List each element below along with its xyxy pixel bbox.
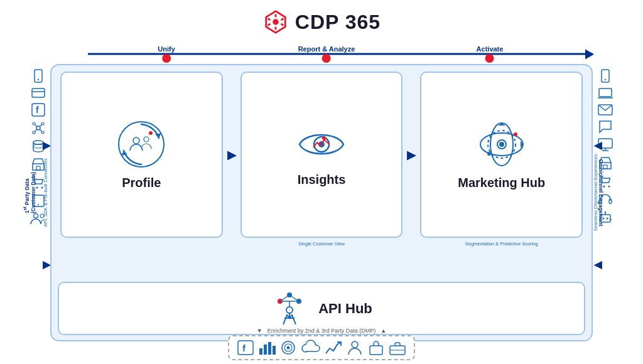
spacer1 [58, 241, 225, 247]
svg-text:f: f [36, 105, 39, 115]
network-icon [31, 121, 45, 135]
insights-module: Insights [240, 72, 403, 238]
svg-point-27 [36, 187, 38, 189]
svg-rect-87 [273, 346, 276, 355]
svg-point-44 [608, 186, 610, 188]
arrow-between-1: ▶ [225, 72, 238, 238]
svg-point-1 [273, 19, 279, 25]
enrichment-icons-row: f [228, 335, 415, 360]
right-arrow-top: ◀ [594, 139, 602, 151]
marketing-hub-module: Marketing Hub [420, 72, 583, 238]
svg-point-23 [33, 141, 43, 144]
svg-rect-45 [599, 200, 602, 203]
svg-line-76 [289, 295, 299, 301]
svg-rect-10 [32, 88, 45, 97]
svg-line-19 [35, 125, 37, 127]
enrich-bag-icon [367, 340, 385, 356]
arrow-between-2: ▶ [405, 72, 418, 238]
page-wrapper: CDP 365 Unify Report & Analyze Activate [0, 0, 643, 364]
svg-rect-26 [36, 166, 40, 170]
svg-point-43 [603, 186, 605, 188]
logo-text: CDP 365 [295, 11, 381, 34]
enrichment-label: Enrichment by 2nd & 3rd Party Data (DMP) [267, 328, 376, 334]
svg-line-21 [35, 130, 37, 132]
svg-rect-86 [268, 342, 271, 355]
svg-point-57 [133, 137, 139, 144]
svg-line-22 [40, 130, 42, 132]
insights-module-name: Insights [298, 173, 346, 187]
svg-point-70 [514, 132, 517, 136]
stage-activate-label: Activate [477, 45, 504, 53]
svg-line-75 [280, 295, 289, 301]
svg-point-30 [38, 204, 39, 205]
modules-row: Profile ▶ Insights [58, 72, 585, 238]
svg-rect-41 [600, 163, 611, 169]
enrichment-label-row: ▼ Enrichment by 2nd & 3rd Party Data (DM… [257, 328, 386, 334]
right-column: Omnichannel Engagement [593, 64, 635, 321]
stage-unify-label: Unify [158, 45, 175, 53]
svg-rect-42 [603, 165, 607, 169]
r-ai-icon [598, 211, 612, 225]
svg-rect-82 [238, 341, 253, 355]
left-arrow-top: ▶ [43, 139, 50, 151]
connector-label-2: Segmentation & Predictive Scoring [418, 241, 585, 247]
enrich-user-icon [346, 340, 364, 356]
svg-line-4 [267, 18, 270, 20]
svg-line-6 [267, 24, 270, 26]
api-hub-icon [271, 290, 308, 328]
svg-rect-85 [264, 345, 267, 355]
svg-point-15 [33, 122, 35, 125]
svg-point-90 [287, 346, 290, 350]
svg-point-62 [322, 136, 326, 140]
svg-point-69 [499, 142, 504, 147]
svg-point-18 [41, 131, 44, 134]
r-support-icon [598, 193, 612, 206]
svg-point-17 [33, 131, 35, 134]
svg-point-24 [33, 144, 43, 148]
connector-labels-row: Single Customer View Segmentation & Pred… [58, 241, 585, 247]
svg-point-58 [144, 137, 149, 142]
svg-point-51 [605, 211, 606, 213]
svg-rect-47 [600, 215, 610, 222]
svg-point-34 [605, 79, 606, 80]
stage-unify-dot [162, 54, 171, 63]
marketing-hub-module-icon [477, 119, 527, 169]
svg-rect-92 [370, 346, 382, 355]
left-arrow-bottom: ▶ [43, 259, 50, 270]
stage-activate: Activate [477, 45, 504, 63]
right-arrow-bottom: ◀ [594, 259, 602, 270]
spacer2 [225, 241, 238, 247]
stage-report-dot [322, 54, 331, 63]
svg-point-9 [38, 79, 39, 80]
svg-point-78 [286, 307, 293, 313]
r-email-icon [598, 104, 613, 115]
stage-activate-dot [485, 54, 494, 63]
svg-point-71 [487, 152, 491, 156]
svg-point-91 [352, 341, 358, 348]
svg-text:f: f [242, 343, 246, 353]
svg-line-20 [40, 125, 42, 127]
left-connector-label: API, SDK & Pre-built Connectors [43, 158, 48, 227]
enrich-cloud-icon [301, 340, 321, 356]
card-icon [31, 87, 45, 99]
cdp-logo-icon [262, 9, 289, 35]
svg-point-49 [607, 218, 608, 220]
r-store-icon [598, 156, 612, 170]
social-icon: f [31, 103, 45, 117]
enrich-facebook-icon: f [237, 340, 254, 356]
spacer3 [405, 241, 418, 247]
svg-line-5 [281, 24, 283, 26]
svg-point-48 [603, 218, 605, 220]
enrich-barchart-icon [258, 340, 276, 356]
svg-point-16 [41, 122, 44, 125]
r-chat-icon [598, 120, 612, 134]
enrich-target-icon [279, 340, 297, 356]
main-content-box: Profile ▶ Insights [50, 64, 593, 341]
stage-report-label: Report & Analyze [298, 45, 355, 53]
diagram: Unify Report & Analyze Activate 1st Part… [8, 40, 635, 360]
connector-label-1: Single Customer View [238, 241, 406, 247]
svg-point-59 [149, 131, 153, 135]
right-connector-label: Seamless Omnichannel Experiences [593, 154, 598, 232]
r-cart-icon [598, 174, 612, 188]
profile-module-icon [116, 119, 166, 169]
